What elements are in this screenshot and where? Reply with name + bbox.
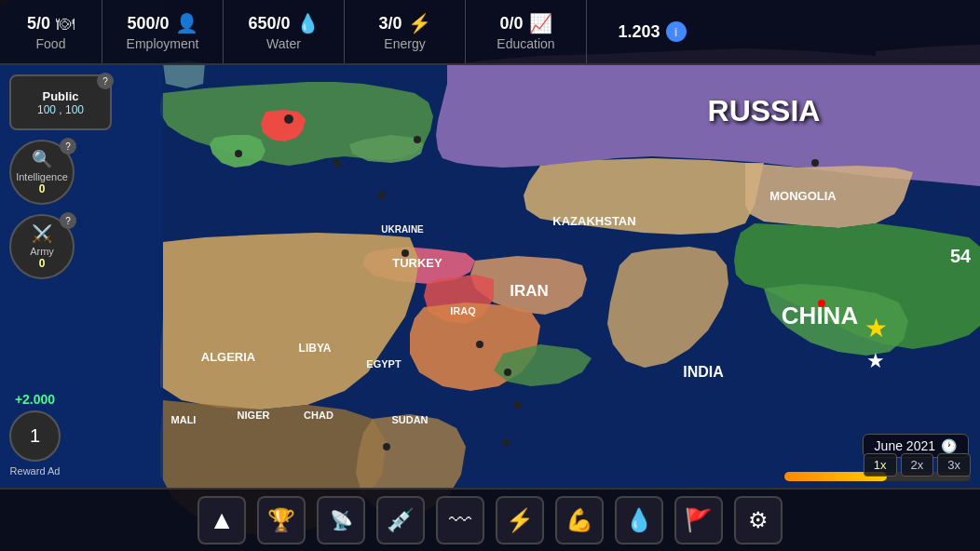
svg-text:EGYPT: EGYPT xyxy=(366,358,402,370)
svg-point-30 xyxy=(514,401,522,409)
public-label: Public xyxy=(42,89,78,103)
intelligence-value: 0 xyxy=(39,182,46,195)
score-value: 1.203 xyxy=(618,22,660,42)
employment-value: 500/0 xyxy=(127,14,169,34)
employment-label: Employment xyxy=(127,36,199,51)
svg-text:NIGER: NIGER xyxy=(238,410,270,421)
svg-text:54: 54 xyxy=(950,246,972,266)
syringe-icon: 💉 xyxy=(387,507,415,533)
water-resource[interactable]: 650/0 💧 Water xyxy=(224,0,345,63)
army-button[interactable]: ? ⚔️ Army 0 xyxy=(9,214,75,279)
home-button[interactable]: ▲ xyxy=(197,496,246,544)
education-icon: 📈 xyxy=(529,12,552,34)
trophy-button[interactable]: 🏆 xyxy=(257,496,306,544)
energy-icon: ⚡ xyxy=(408,12,431,34)
education-resource[interactable]: 0/0 📈 Education xyxy=(466,0,587,63)
svg-text:RUSSIA: RUSSIA xyxy=(708,94,821,128)
army-help-badge[interactable]: ? xyxy=(60,212,76,229)
reward-amount: +2.000 xyxy=(15,392,55,407)
svg-text:MONGOLIA: MONGOLIA xyxy=(769,189,837,203)
svg-text:TURKEY: TURKEY xyxy=(392,256,442,270)
svg-point-26 xyxy=(476,341,483,348)
tools-button[interactable]: 〰 xyxy=(436,496,484,544)
employment-icon: 👤 xyxy=(175,12,198,34)
food-resource[interactable]: 5/0 🍽 Food xyxy=(0,0,102,63)
left-panel: ? Public 100 , 100 ? 🔍 Intelligence 0 ? … xyxy=(9,74,112,279)
svg-point-29 xyxy=(504,369,511,376)
education-label: Education xyxy=(497,36,554,51)
food-value: 5/0 xyxy=(27,14,50,34)
score-resource[interactable]: 1.203 i xyxy=(587,0,717,63)
svg-text:CHAD: CHAD xyxy=(304,410,333,421)
energy-value: 3/0 xyxy=(378,14,402,34)
settings-button[interactable]: ⚙ xyxy=(734,496,783,544)
education-value: 0/0 xyxy=(499,14,523,34)
svg-point-20 xyxy=(284,114,293,124)
radio-icon: 📡 xyxy=(330,509,353,531)
trophy-icon: 🏆 xyxy=(267,507,295,533)
svg-point-34 xyxy=(818,300,825,307)
muscle-icon: 💪 xyxy=(565,507,593,533)
water-icon: 💧 xyxy=(296,12,320,34)
svg-point-23 xyxy=(333,159,341,167)
lightning-button[interactable]: ⚡ xyxy=(496,496,544,544)
reward-icon: 1 xyxy=(30,425,40,447)
svg-point-24 xyxy=(414,136,421,143)
bottom-toolbar: ▲ 🏆 📡 💉 〰 ⚡ 💪 💧 🚩 ⚙ xyxy=(0,488,980,551)
intelligence-label: Intelligence xyxy=(16,171,68,182)
public-help-badge[interactable]: ? xyxy=(97,73,114,89)
speed-controls: 1x 2x 3x xyxy=(864,453,971,477)
svg-text:UKRAINE: UKRAINE xyxy=(381,224,424,235)
date-text: June 2021 xyxy=(875,438,935,453)
svg-point-33 xyxy=(811,159,819,167)
svg-point-28 xyxy=(383,443,390,450)
flag-button[interactable]: 🚩 xyxy=(674,496,723,544)
intelligence-help-badge[interactable]: ? xyxy=(60,138,76,155)
army-value: 0 xyxy=(39,257,46,270)
map-container: RUSSIA CHINA INDIA IRAN TURKEY IRAQ ALGE… xyxy=(0,0,980,551)
food-label: Food xyxy=(36,36,66,51)
home-icon: ▲ xyxy=(209,505,235,535)
speed-1x[interactable]: 1x xyxy=(864,453,897,477)
svg-text:★: ★ xyxy=(866,349,885,372)
reward-ad-container: +2.000 1 Reward Ad xyxy=(9,392,61,477)
info-icon: i xyxy=(666,21,687,42)
tools-icon: 〰 xyxy=(449,507,471,533)
svg-text:IRAN: IRAN xyxy=(510,282,549,300)
clock-icon: 🕐 xyxy=(941,438,957,453)
syringe-button[interactable]: 💉 xyxy=(376,496,425,544)
speed-2x[interactable]: 2x xyxy=(901,453,934,477)
reward-label: Reward Ad xyxy=(10,465,61,477)
water-value: 650/0 xyxy=(248,14,290,34)
svg-text:IRAQ: IRAQ xyxy=(450,305,476,316)
radio-button[interactable]: 📡 xyxy=(317,496,365,544)
water-drop-button[interactable]: 💧 xyxy=(615,496,663,544)
svg-text:★: ★ xyxy=(864,314,888,343)
flag-icon: 🚩 xyxy=(685,507,713,533)
energy-resource[interactable]: 3/0 ⚡ Energy xyxy=(345,0,466,63)
energy-label: Energy xyxy=(384,36,425,51)
food-icon: 🍽 xyxy=(56,13,75,34)
public-value: 100 , 100 xyxy=(37,103,84,116)
svg-text:ALGERIA: ALGERIA xyxy=(201,350,256,364)
svg-point-27 xyxy=(378,192,386,199)
speed-3x[interactable]: 3x xyxy=(937,453,971,477)
svg-text:INDIA: INDIA xyxy=(683,364,724,380)
svg-point-25 xyxy=(402,249,409,257)
settings-icon: ⚙ xyxy=(748,507,769,533)
lightning-icon: ⚡ xyxy=(506,507,534,533)
army-label: Army xyxy=(30,246,54,257)
water-label: Water xyxy=(266,36,301,51)
public-button[interactable]: ? Public 100 , 100 xyxy=(9,74,112,130)
intelligence-button[interactable]: ? 🔍 Intelligence 0 xyxy=(9,140,75,205)
muscle-button[interactable]: 💪 xyxy=(555,496,604,544)
svg-point-22 xyxy=(235,150,242,157)
svg-text:MALI: MALI xyxy=(171,414,197,425)
svg-text:SUDAN: SUDAN xyxy=(391,414,428,425)
top-bar: 5/0 🍽 Food 500/0 👤 Employment 650/0 💧 Wa… xyxy=(0,0,980,65)
svg-text:KAZAKHSTAN: KAZAKHSTAN xyxy=(552,214,635,228)
reward-ad-button[interactable]: 1 xyxy=(9,410,61,462)
employment-resource[interactable]: 500/0 👤 Employment xyxy=(102,0,224,63)
svg-text:LIBYA: LIBYA xyxy=(299,342,332,355)
water-drop-icon: 💧 xyxy=(625,507,653,533)
